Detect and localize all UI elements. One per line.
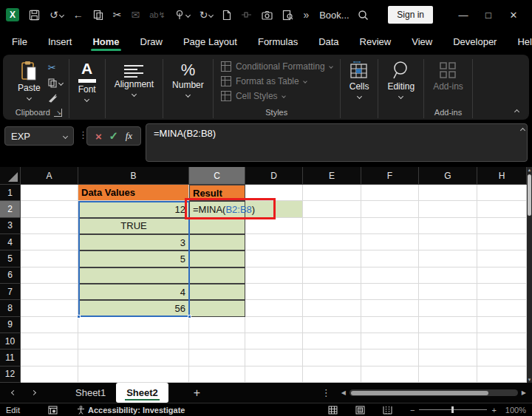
next-sheet-icon[interactable]	[31, 390, 36, 395]
alignment-dropdown-icon[interactable]	[132, 92, 137, 97]
cell-A11[interactable]	[21, 349, 78, 366]
cell-D3[interactable]	[245, 218, 303, 234]
page-layout-view-icon[interactable]	[355, 406, 365, 415]
column-header-C[interactable]: C	[189, 167, 245, 185]
touch-mode-dropdown-icon[interactable]	[185, 12, 191, 17]
alignment-button[interactable]: Alignment	[112, 59, 157, 98]
editing-button[interactable]: Editing	[384, 59, 417, 100]
sign-in-button[interactable]: Sign in	[388, 6, 433, 24]
cell-A5[interactable]	[21, 250, 78, 267]
cell-C9[interactable]	[189, 317, 245, 333]
cell-F9[interactable]	[361, 317, 419, 333]
cell-F5[interactable]	[361, 250, 419, 267]
normal-view-icon[interactable]	[328, 406, 338, 415]
menu-tab-developer[interactable]: Developer	[451, 33, 498, 50]
cell-E4[interactable]	[303, 234, 361, 250]
row-header-1[interactable]: 1	[0, 185, 21, 201]
row-header-9[interactable]: 9	[0, 317, 21, 333]
font-button[interactable]: A Font	[75, 59, 99, 103]
insert-function-icon[interactable]: fx	[126, 130, 132, 142]
page-break-view-icon[interactable]	[383, 406, 392, 415]
cell-D1[interactable]	[245, 185, 303, 201]
cell-G12[interactable]	[419, 366, 477, 383]
scroll-left-icon[interactable]: ◀	[341, 389, 346, 396]
add-sheet-button[interactable]: +	[194, 386, 200, 400]
column-header-B[interactable]: B	[78, 167, 189, 185]
cell-G7[interactable]	[419, 284, 477, 300]
cell-D12[interactable]	[245, 366, 303, 383]
menu-tab-view[interactable]: View	[410, 33, 434, 50]
row-header-11[interactable]: 11	[0, 349, 21, 366]
cell-D7[interactable]	[245, 284, 303, 300]
copy-dropdown-icon[interactable]	[58, 81, 64, 86]
excel-logo-icon[interactable]: X	[6, 8, 19, 21]
cell-B3[interactable]: TRUE	[78, 218, 189, 234]
cell-D6[interactable]	[245, 267, 303, 284]
cell-A10[interactable]	[21, 333, 78, 349]
zoom-slider[interactable]	[419, 409, 487, 411]
cell-E5[interactable]	[303, 250, 361, 267]
number-dropdown-icon[interactable]	[185, 92, 191, 98]
cell-G8[interactable]	[419, 300, 477, 316]
cell-A2[interactable]	[21, 201, 78, 217]
cell-A12[interactable]	[21, 366, 78, 383]
cell-F10[interactable]	[361, 333, 419, 349]
name-box[interactable]: EXP	[4, 126, 74, 146]
cell-C7[interactable]	[189, 284, 245, 300]
search-icon[interactable]	[358, 10, 369, 21]
row-header-8[interactable]: 8	[0, 300, 21, 316]
cell-A7[interactable]	[21, 284, 78, 300]
menu-tab-draw[interactable]: Draw	[139, 33, 164, 50]
cell-F12[interactable]	[361, 366, 419, 383]
cell-H10[interactable]	[477, 333, 527, 349]
cell-B4[interactable]: 3	[78, 234, 189, 250]
cell-H2[interactable]	[477, 201, 527, 217]
zoom-level[interactable]: 100%	[505, 406, 526, 415]
cell-H11[interactable]	[477, 349, 527, 366]
row-header-7[interactable]: 7	[0, 284, 21, 300]
cell-H1[interactable]	[477, 185, 527, 201]
cell-F7[interactable]	[361, 284, 419, 300]
cell-H3[interactable]	[477, 218, 527, 234]
maximize-button[interactable]: □	[476, 4, 501, 26]
cell-E8[interactable]	[303, 300, 361, 316]
cell-A9[interactable]	[21, 317, 78, 333]
cell-G9[interactable]	[419, 317, 477, 333]
cell-H6[interactable]	[477, 267, 527, 284]
cell-C4[interactable]	[189, 234, 245, 250]
cell-H5[interactable]	[477, 250, 527, 267]
scroll-right-icon[interactable]: ▶	[522, 389, 526, 396]
cell-B10[interactable]	[78, 333, 189, 349]
paste-button[interactable]: Paste	[15, 59, 44, 101]
cell-B5[interactable]: 5	[78, 250, 189, 267]
menu-tab-page-layout[interactable]: Page Layout	[182, 33, 239, 50]
cell-E2[interactable]	[303, 201, 361, 217]
column-header-H[interactable]: H	[477, 167, 527, 185]
cell-B2[interactable]: 12	[78, 201, 189, 217]
cell-F2[interactable]	[361, 201, 419, 217]
cell-A6[interactable]	[21, 267, 78, 284]
cell-G1[interactable]	[419, 185, 477, 201]
cell-H7[interactable]	[477, 284, 527, 300]
menu-tab-insert[interactable]: Insert	[47, 33, 74, 50]
new-file-icon[interactable]	[222, 10, 231, 21]
cell-E11[interactable]	[303, 349, 361, 366]
cell-H12[interactable]	[477, 366, 527, 383]
cancel-icon[interactable]: ×	[95, 130, 102, 143]
paste-dropdown-icon[interactable]	[27, 95, 32, 100]
cell-B9[interactable]	[78, 317, 189, 333]
cell-E3[interactable]	[303, 218, 361, 234]
cell-B8[interactable]: 56	[78, 300, 189, 316]
cell-C1[interactable]: Result	[189, 185, 245, 201]
name-box-dropdown-icon[interactable]	[63, 133, 68, 138]
vertical-scrollbar[interactable]: ▲ ▼	[527, 167, 532, 383]
enter-icon[interactable]: ✓	[109, 129, 118, 143]
clipboard-dialog-launcher-icon[interactable]: ↘	[54, 109, 62, 117]
cell-F4[interactable]	[361, 234, 419, 250]
row-header-3[interactable]: 3	[0, 218, 21, 234]
menu-tab-formulas[interactable]: Formulas	[256, 33, 299, 50]
menu-tab-file[interactable]: File	[10, 33, 29, 50]
format-painter-button[interactable]	[48, 93, 63, 103]
close-button[interactable]: ✕	[501, 4, 526, 26]
cell-F1[interactable]	[361, 185, 419, 201]
